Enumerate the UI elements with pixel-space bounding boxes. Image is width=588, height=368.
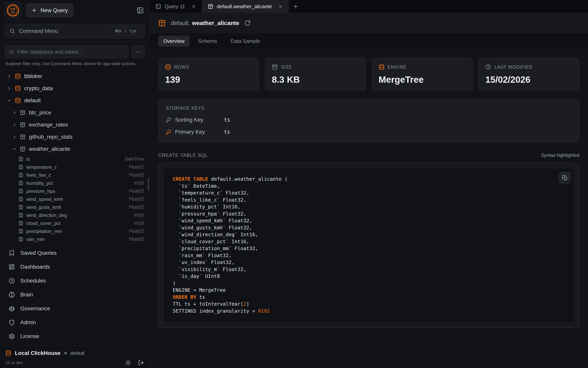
sql-code-line: SETTINGS index_granularity = 8192: [173, 308, 565, 315]
sidebar: CH UI New Query Command Menu ⌘K / ⌥K Exp…: [0, 0, 150, 368]
database-icon: [165, 64, 171, 70]
columns-icon: [19, 213, 23, 218]
tree-database-bbloker[interactable]: bbloker: [0, 70, 149, 82]
tree-database-crypto-data[interactable]: crypto_data: [0, 82, 149, 94]
column-type: Float32: [129, 188, 144, 194]
table-icon: [20, 110, 25, 115]
close-icon[interactable]: [278, 4, 283, 9]
tree-database-default[interactable]: default: [0, 94, 149, 107]
sql-code-container: CREATE TABLE default.weather_alicante ( …: [158, 163, 579, 328]
sidebar-item-dashboards[interactable]: Dashboards: [0, 260, 149, 274]
new-tab-button[interactable]: [289, 0, 303, 13]
columns-icon: [19, 181, 23, 185]
tree-table-exchange-rates[interactable]: exchange_rates: [0, 119, 149, 131]
logout-button[interactable]: [138, 360, 144, 366]
column-type: Float32: [129, 204, 144, 210]
sidebar-item-governance[interactable]: Governance: [0, 302, 149, 315]
connection-name: Local ClickHouse: [15, 350, 60, 356]
tree-column-pressure-hpa[interactable]: pressure_hpaFloat32: [0, 187, 149, 195]
filter-input[interactable]: [17, 49, 124, 55]
tree-column-humidity-pct[interactable]: humidity_pctInt16: [0, 179, 149, 187]
tree-scrollbar[interactable]: [148, 178, 149, 191]
database-label: default: [24, 97, 41, 104]
sql-code-line: `wind_speed_kmh` Float32,: [173, 217, 565, 224]
sql-code-line: `uv_index` Float32,: [173, 259, 565, 266]
column-type: Int16: [134, 212, 144, 218]
command-menu-shortcut: ⌘K / ⌥K: [112, 27, 140, 35]
sql-code-line: `wind_gusts_kmh` Float32,: [173, 224, 565, 231]
tree-table-weather-alicante[interactable]: weather_alicante: [0, 143, 149, 155]
column-name: wind_gusts_kmh: [26, 204, 61, 210]
tree-table-btc-price[interactable]: btc_price: [0, 107, 149, 119]
tree-column-temperature-c[interactable]: temperature_cFloat32: [0, 163, 149, 171]
tree-column-wind-gusts-kmh[interactable]: wind_gusts_kmhFloat32: [0, 203, 149, 211]
close-icon[interactable]: [191, 4, 196, 9]
sidebar-item-brain[interactable]: Brain: [0, 288, 149, 302]
view-tab-schema[interactable]: Schema: [193, 36, 222, 47]
tree-table-github-repo-stats[interactable]: github_repo_stats: [0, 131, 149, 143]
filter-section: [0, 42, 149, 58]
sql-section-header: CREATE TABLE SQL Syntax highlighted: [158, 153, 579, 158]
sidebar-item-label: Schedules: [20, 278, 46, 284]
table-title-schema: default.: [171, 20, 190, 26]
filter-input-wrapper: [5, 45, 128, 58]
column-name: rain_mm: [26, 237, 45, 242]
storage-keys-title: STORAGE KEYS: [166, 106, 572, 111]
table-title-name: weather_alicante: [192, 20, 239, 26]
tree-column-precipitation-mm[interactable]: precipitation_mmFloat32: [0, 227, 149, 235]
storage-keys-panel: STORAGE KEYS Sorting KeytsPrimary Keyts: [158, 99, 579, 143]
sql-section-label: CREATE TABLE SQL: [158, 153, 208, 158]
sidebar-item-saved-queries[interactable]: Saved Queries: [0, 246, 149, 260]
brain-icon: [9, 292, 15, 298]
sql-code-line: `precipitation_mm` Float32,: [173, 245, 565, 252]
new-query-button[interactable]: New Query: [26, 3, 74, 18]
primary-key-row: Primary Keyts: [166, 129, 572, 135]
storage-key-value: ts: [224, 117, 230, 123]
overview-content: ROWS139SIZE8.3 KBENGINEMergeTreeLAST MOD…: [150, 49, 588, 368]
theme-toggle-button[interactable]: [125, 360, 131, 366]
search-icon: [9, 28, 15, 34]
sidebar-item-admin[interactable]: Admin: [0, 315, 149, 329]
column-name: humidity_pct: [26, 181, 53, 186]
tab-query-11[interactable]: Query 11: [150, 0, 202, 13]
refresh-button[interactable]: [244, 20, 251, 26]
columns-icon: [19, 165, 23, 170]
layout-dashboard-icon: [9, 264, 15, 270]
storage-keys-rows: Sorting KeytsPrimary Keyts: [166, 117, 572, 135]
column-type: Int16: [134, 221, 144, 226]
filter-more-button[interactable]: [131, 45, 145, 58]
collapse-sidebar-button[interactable]: [136, 6, 145, 15]
column-type: DateTime: [125, 156, 144, 162]
tree-column-ts[interactable]: tsDateTime: [0, 155, 149, 163]
sql-code-line: ENGINE = MergeTree: [173, 287, 565, 294]
stat-card-engine: ENGINEMergeTree: [372, 58, 473, 91]
tree-column-wind-direction-deg[interactable]: wind_direction_degInt16: [0, 211, 149, 219]
sidebar-item-schedules[interactable]: Schedules: [0, 274, 149, 288]
connection-row[interactable]: Local ClickHouse default: [5, 350, 144, 356]
chevron-right-icon: [12, 122, 17, 127]
table-icon: [20, 134, 25, 140]
view-tabs: OverviewSchemaData Sample: [150, 33, 588, 49]
sorting-key-row: Sorting Keyts: [166, 117, 572, 123]
sql-code-line: `is_day` UInt8: [173, 273, 565, 280]
column-name: cloud_cover_pct: [26, 221, 61, 226]
column-type: Float32: [129, 229, 144, 234]
panel-left-close-icon: [137, 7, 144, 14]
tree-column-rain-mm[interactable]: rain_mmFloat32: [0, 235, 149, 243]
app-logo[interactable]: CH UI: [5, 2, 21, 18]
footer-bottom-row: ch-ui dev: [5, 360, 144, 366]
sidebar-item-license[interactable]: License: [0, 329, 149, 343]
copy-sql-button[interactable]: [559, 172, 570, 184]
tree-column-wind-speed-kmh[interactable]: wind_speed_kmhFloat32: [0, 195, 149, 203]
storage-key-label: Primary Key: [175, 129, 224, 135]
table-icon: [208, 4, 213, 9]
view-tab-data-sample[interactable]: Data Sample: [225, 36, 265, 47]
tree-column-cloud-cover-pct[interactable]: cloud_cover_pctInt16: [0, 219, 149, 227]
command-menu-button[interactable]: Command Menu ⌘K / ⌥K: [5, 24, 145, 38]
sql-code-line: `temperature_c` Float32,: [173, 189, 565, 196]
view-tab-overview[interactable]: Overview: [158, 36, 189, 47]
tab-default-weather-alicante[interactable]: default.weather_alicante: [202, 0, 289, 13]
sidebar-item-label: Governance: [20, 305, 50, 312]
sun-icon: [125, 360, 131, 366]
tree-column-feels-like-c[interactable]: feels_like_cFloat32: [0, 171, 149, 179]
